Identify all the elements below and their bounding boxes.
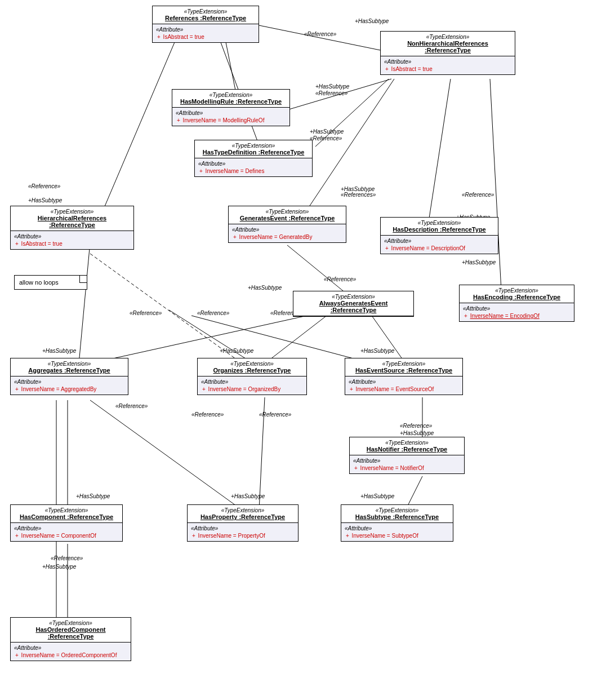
attr-label-hasdescription: «Attribute» <box>384 238 494 244</box>
attr-label-hascomponent: «Attribute» <box>14 525 119 531</box>
label-hassubtype-7: +HasSubtype <box>248 285 282 291</box>
label-hassubtype-6: +HasSubtype <box>462 259 496 265</box>
label-hassubtype-1: +HasSubtype <box>355 18 389 24</box>
attr-label-hasmodellingrule: «Attribute» <box>176 110 286 116</box>
body-references: «Attribute» + IsAbstract = true <box>153 24 259 42</box>
stereotype-references: «TypeExtension» <box>156 8 255 15</box>
attr-value-aggregates: + InverseName = AggregatedBy <box>14 386 124 392</box>
label-hassubtype-13: +HasSubtype <box>231 493 265 499</box>
diagram-container: «Reference» +HasSubtype «Reference» +Has… <box>0 0 606 700</box>
attr-label-nonhierarchical: «Attribute» <box>384 59 511 65</box>
classname-hasencoding: HasEncoding :ReferenceType <box>463 294 571 300</box>
box-haseventsource: «TypeExtension» HasEventSource :Referenc… <box>345 358 463 395</box>
attr-value-nonhierarchical: + IsAbstract = true <box>384 66 511 72</box>
box-hasdescription-header: «TypeExtension» HasDescription :Referenc… <box>381 218 498 236</box>
label-hassubtype-2: +HasSubtype <box>315 83 349 90</box>
body-hasnotifier: «Attribute» + InverseName = NotifierOf <box>350 455 464 473</box>
body-organizes: «Attribute» + InverseName = OrganizedBy <box>198 376 306 395</box>
stereotype-hierarchical: «TypeExtension» <box>14 209 130 215</box>
box-hierarchical-header: «TypeExtension» HierarchicalReferences :… <box>11 206 133 231</box>
label-reference-13: «Reference» <box>51 555 83 561</box>
box-hasdescription: «TypeExtension» HasDescription :Referenc… <box>380 217 498 254</box>
note-allow-no-loops: allow no loops <box>14 275 87 290</box>
attr-label-hastypedefinition: «Attribute» <box>198 161 309 167</box>
box-hierarchical: «TypeExtension» HierarchicalReferences :… <box>10 206 134 250</box>
classname-hasdescription: HasDescription :ReferenceType <box>384 226 494 233</box>
stereotype-generatesevent: «TypeExtension» <box>232 209 342 215</box>
box-generatesevent: «TypeExtension» GeneratesEvent :Referenc… <box>228 206 346 243</box>
svg-line-9 <box>287 245 349 296</box>
box-hasproperty: «TypeExtension» HasProperty :ReferenceTy… <box>187 504 298 542</box>
box-hascomponent-header: «TypeExtension» HasComponent :ReferenceT… <box>11 505 122 523</box>
classname-hascomponent: HasComponent :ReferenceType <box>14 513 119 520</box>
body-nonhierarchical: «Attribute» + IsAbstract = true <box>381 56 515 74</box>
body-hasencoding: «Attribute» + InverseName = EncodingOf <box>460 303 574 321</box>
stereotype-hasencoding: «TypeExtension» <box>463 287 571 294</box>
body-hascomponent: «Attribute» + InverseName = ComponentOf <box>11 523 122 541</box>
svg-line-10 <box>79 242 90 364</box>
classname-haseventsource: HasEventSource :ReferenceType <box>349 367 459 374</box>
svg-line-0 <box>259 25 383 51</box>
attr-value-hascomponent: + InverseName = ComponentOf <box>14 533 119 539</box>
attr-label-hasproperty: «Attribute» <box>191 525 295 531</box>
svg-line-8 <box>490 79 501 290</box>
classname-nonhierarchical: NonHierarchicalReferences :ReferenceType <box>384 40 511 54</box>
attr-value-hasorderedcomponent: + InverseName = OrderedComponentOf <box>14 652 127 658</box>
label-hassubtype-14: +HasSubtype <box>360 493 394 499</box>
classname-hierarchical: HierarchicalReferences :ReferenceType <box>14 215 130 228</box>
svg-line-7 <box>428 79 451 225</box>
classname-hasorderedcomponent: HasOrderedComponent :ReferenceType <box>14 626 127 640</box>
attr-label-organizes: «Attribute» <box>201 379 303 385</box>
box-haseventsource-header: «TypeExtension» HasEventSource :Referenc… <box>345 358 462 376</box>
attr-value-references: + IsAbstract = true <box>156 34 255 40</box>
label-hassubtype-9: +HasSubtype <box>220 348 253 354</box>
attr-value-organizes: + InverseName = OrganizedBy <box>201 386 303 392</box>
box-nonhierarchical: «TypeExtension» NonHierarchicalReference… <box>380 31 515 75</box>
attr-value-generatesevent: + InverseName = GeneratedBy <box>232 234 342 240</box>
box-hasproperty-header: «TypeExtension» HasProperty :ReferenceTy… <box>188 505 298 523</box>
stereotype-hasproperty: «TypeExtension» <box>191 507 295 513</box>
svg-line-11 <box>90 254 242 364</box>
box-hasorderedcomponent-header: «TypeExtension» HasOrderedComponent :Ref… <box>11 618 131 643</box>
attr-value-hasnotifier: + InverseName = NotifierOf <box>353 465 461 471</box>
attr-value-hastypedefinition: + InverseName = Defines <box>198 168 309 174</box>
box-hastypedefinition: «TypeExtension» HasTypeDefinition :Refer… <box>194 140 313 177</box>
attr-value-hierarchical: + IsAbstract = true <box>14 241 130 247</box>
stereotype-hasmodellingrule: «TypeExtension» <box>176 92 286 98</box>
label-reference-10: «Reference» <box>191 411 224 418</box>
classname-hasproperty: HasProperty :ReferenceType <box>191 513 295 520</box>
classname-references: References :ReferenceType <box>156 15 255 21</box>
label-reference-4: «Reference» <box>462 192 494 198</box>
label-references-4: «References» <box>341 192 376 198</box>
box-hassubtype: «TypeExtension» HasSubtype :ReferenceTyp… <box>341 504 453 542</box>
classname-aggregates: Aggregates :ReferenceType <box>14 367 124 374</box>
label-reference-12: «Reference» <box>400 423 432 429</box>
body-haseventsource: «Attribute» + InverseName = EventSourceO… <box>345 376 462 395</box>
svg-line-12 <box>169 310 253 364</box>
body-hasdescription: «Attribute» + InverseName = DescriptionO… <box>381 236 498 254</box>
box-hasencoding: «TypeExtension» HasEncoding :ReferenceTy… <box>459 285 574 322</box>
svg-line-14 <box>372 316 406 364</box>
stereotype-hascomponent: «TypeExtension» <box>14 507 119 513</box>
attr-value-haseventsource: + InverseName = EventSourceOf <box>349 386 459 392</box>
attr-value-hasproperty: + InverseName = PropertyOf <box>191 533 295 539</box>
box-hastypedefinition-header: «TypeExtension» HasTypeDefinition :Refer… <box>195 140 312 158</box>
stereotype-hasnotifier: «TypeExtension» <box>353 440 461 446</box>
label-reference-9: «Reference» <box>115 403 148 409</box>
classname-hasnotifier: HasNotifier :ReferenceType <box>353 446 461 453</box>
label-hassubtype-3: +HasSubtype <box>310 129 344 135</box>
stereotype-hassubtype: «TypeExtension» <box>345 507 449 513</box>
label-reference-hier: «Reference» <box>28 183 60 189</box>
label-hassubtype-10: +HasSubtype <box>360 348 394 354</box>
label-hassubtype-11: +HasSubtype <box>400 430 434 436</box>
stereotype-hasorderedcomponent: «TypeExtension» <box>14 620 127 626</box>
stereotype-organizes: «TypeExtension» <box>201 361 303 367</box>
box-hasnotifier-header: «TypeExtension» HasNotifier :ReferenceTy… <box>350 437 464 455</box>
attr-value-hasdescription: + InverseName = DescriptionOf <box>384 245 494 251</box>
box-references: «TypeExtension» References :ReferenceTyp… <box>152 6 259 43</box>
box-alwaysgeneratesevent-header: «TypeExtension» AlwaysGeneratesEvent :Re… <box>293 291 413 316</box>
attr-value-hassubtype: + InverseName = SubtypeOf <box>345 533 449 539</box>
box-alwaysgeneratesevent: «TypeExtension» AlwaysGeneratesEvent :Re… <box>293 291 414 317</box>
svg-line-16 <box>90 316 307 364</box>
box-nonhierarchical-header: «TypeExtension» NonHierarchicalReference… <box>381 32 515 56</box>
